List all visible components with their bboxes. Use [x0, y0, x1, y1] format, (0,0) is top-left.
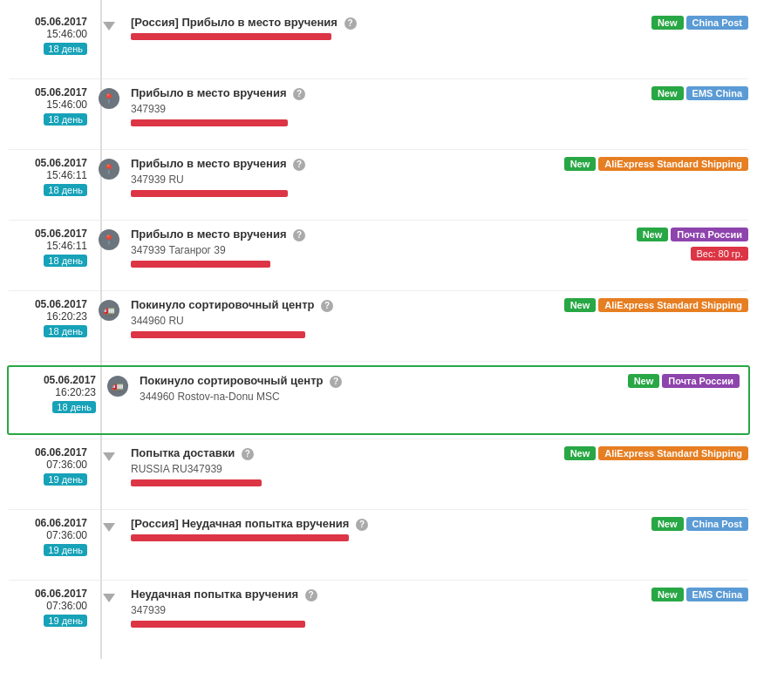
tracking-bar	[131, 119, 288, 126]
day-badge: 19 день	[44, 615, 87, 627]
entry-title: [Россия] Прибыло в место вручения ?	[131, 16, 548, 30]
help-icon[interactable]: ?	[356, 519, 368, 531]
time-text: 07:36:00	[9, 459, 87, 471]
date-text: 06.06.2017	[9, 517, 87, 529]
badge-row: NewEMS China	[651, 588, 748, 601]
entry-title: Покинуло сортировочный центр ?	[131, 298, 548, 312]
time-text: 15:46:11	[9, 240, 87, 252]
location-icon: 📍	[99, 88, 119, 109]
date-text: 05.06.2017	[17, 374, 96, 386]
badges-col: NewAliExpress Standard Shipping	[556, 446, 748, 460]
day-badge: 18 день	[52, 401, 96, 413]
arrow-down-icon	[103, 452, 115, 461]
icon-col: 🚛	[105, 374, 131, 397]
help-icon[interactable]: ?	[293, 88, 305, 100]
entry-subtitle: 347939	[131, 604, 548, 616]
content-col: Прибыло в место вручения ?347939 RU	[122, 157, 556, 197]
tracking-bar	[131, 261, 270, 268]
help-icon[interactable]: ?	[344, 17, 357, 30]
badge-row: NewПочта России	[628, 374, 740, 388]
timeline-entry: 06.06.2017 07:36:00 19 день [Россия] Неу…	[0, 510, 757, 580]
date-col: 05.06.2017 16:20:23 18 день	[9, 298, 96, 337]
badge-service: China Post	[686, 16, 748, 30]
date-col: 05.06.2017 15:46:11 18 день	[9, 157, 96, 196]
icon-col: 📍	[96, 228, 122, 250]
badge-service: Почта России	[671, 228, 748, 241]
time-text: 15:46:00	[9, 28, 87, 40]
weight-badge: Вес: 80 гр.	[691, 247, 748, 261]
tracking-bar	[131, 190, 288, 197]
badges-col: NewПочта РоссииВес: 80 гр.	[556, 228, 748, 261]
badges-col: NewПочта России	[548, 374, 740, 388]
content-col: Покинуло сортировочный центр ?344960 RU	[122, 298, 556, 338]
arrow-down-icon	[103, 594, 115, 602]
tracking-bar	[131, 479, 262, 486]
badges-col: NewEMS China	[556, 588, 748, 601]
time-text: 15:46:11	[9, 169, 87, 181]
tracking-bar	[131, 621, 305, 628]
content-col: Попытка доставки ?RUSSIA RU347939	[122, 446, 556, 486]
entry-subtitle: RUSSIA RU347939	[131, 463, 548, 475]
entry-title: [Россия] Неудачная попытка вручения ?	[131, 517, 548, 531]
timeline-entry: 05.06.2017 15:46:00 18 день 📍Прибыло в м…	[0, 79, 757, 149]
icon-col: 📍	[96, 157, 122, 180]
timeline-entry: 05.06.2017 16:20:23 18 день 🚛Покинуло со…	[0, 291, 757, 361]
entry-title: Прибыло в место вручения ?	[131, 157, 548, 171]
time-text: 16:20:23	[9, 310, 87, 323]
badge-row: NewChina Post	[651, 517, 748, 531]
badge-service: Почта России	[662, 374, 740, 388]
badge-new: New	[651, 588, 684, 601]
badge-new: New	[564, 298, 597, 312]
badge-service: AliExpress Standard Shipping	[598, 446, 748, 460]
tracking-bar	[131, 534, 349, 541]
entry-subtitle: 344960 Rostov-na-Donu MSC	[140, 391, 539, 403]
date-col: 05.06.2017 16:20:23 18 день	[17, 374, 105, 413]
time-text: 15:46:00	[9, 99, 87, 111]
badge-service: China Post	[686, 517, 748, 531]
help-icon[interactable]: ?	[293, 229, 305, 241]
content-col: Неудачная попытка вручения ?347939	[122, 588, 556, 628]
badge-new: New	[651, 517, 684, 531]
badge-row: NewChina Post	[651, 16, 748, 30]
entry-title: Попытка доставки ?	[131, 446, 548, 460]
entry-title: Неудачная попытка вручения ?	[131, 588, 548, 601]
help-icon[interactable]: ?	[242, 448, 254, 460]
badge-new: New	[651, 16, 684, 30]
date-text: 05.06.2017	[9, 157, 87, 169]
arrow-down-icon	[103, 22, 115, 31]
date-col: 05.06.2017 15:46:11 18 день	[9, 228, 96, 267]
timeline: 05.06.2017 15:46:00 18 день [Россия] При…	[0, 0, 757, 659]
arrow-down-icon	[103, 523, 115, 532]
date-col: 06.06.2017 07:36:00 19 день	[9, 588, 96, 627]
badge-new: New	[564, 446, 597, 460]
icon-col	[96, 446, 122, 461]
badges-col: NewChina Post	[556, 16, 748, 30]
help-icon[interactable]: ?	[330, 376, 342, 388]
day-badge: 18 день	[44, 325, 87, 337]
entry-title: Прибыло в место вручения ?	[131, 86, 548, 100]
help-icon[interactable]: ?	[321, 300, 333, 312]
badge-service: EMS China	[686, 86, 748, 100]
day-badge: 18 день	[44, 255, 87, 267]
day-badge: 18 день	[44, 113, 87, 126]
help-icon[interactable]: ?	[293, 159, 305, 171]
badge-new: New	[564, 157, 597, 171]
entry-subtitle: 347939 Таганрог 39	[131, 244, 548, 256]
entry-title: Покинуло сортировочный центр ?	[140, 374, 539, 388]
badges-col: NewAliExpress Standard Shipping	[556, 157, 748, 171]
badge-service: AliExpress Standard Shipping	[598, 298, 748, 312]
content-col: [Россия] Неудачная попытка вручения ?	[122, 517, 556, 541]
location-icon: 📍	[99, 159, 119, 180]
help-icon[interactable]: ?	[305, 589, 317, 601]
date-col: 05.06.2017 15:46:00 18 день	[9, 16, 96, 55]
time-text: 07:36:00	[9, 600, 87, 612]
entry-subtitle: 347939 RU	[131, 173, 548, 186]
entry-title: Прибыло в место вручения ?	[131, 228, 548, 241]
badge-row: NewAliExpress Standard Shipping	[564, 298, 748, 312]
badges-col: NewAliExpress Standard Shipping	[556, 298, 748, 312]
badges-col: NewEMS China	[556, 86, 748, 100]
icon-col	[96, 517, 122, 532]
entry-subtitle: 347939	[131, 103, 548, 115]
date-col: 05.06.2017 15:46:00 18 день	[9, 86, 96, 126]
icon-col	[96, 16, 122, 31]
